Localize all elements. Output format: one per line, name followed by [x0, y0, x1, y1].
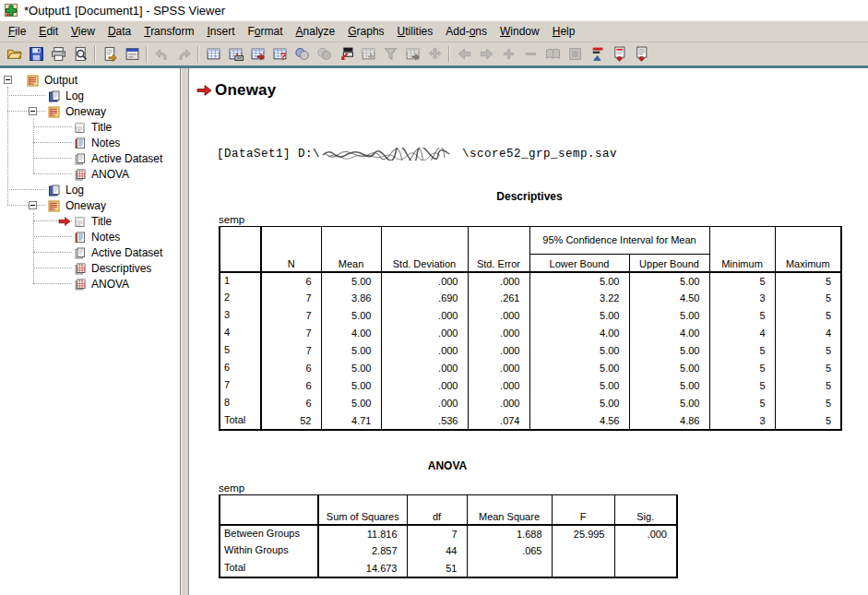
menu-view[interactable]: View: [65, 22, 101, 41]
tree-collapse-toggle[interactable]: [29, 201, 37, 209]
tree-item-anova[interactable]: ANOVA: [0, 276, 180, 292]
tree-item-anova[interactable]: ANOVA: [0, 166, 180, 182]
insert-title-button[interactable]: [608, 44, 630, 65]
dataset-path-line[interactable]: [DataSet1] D:\ \score52_grp_semp.sav: [217, 148, 617, 161]
demote-outline-button[interactable]: [475, 44, 497, 65]
menu-graphs[interactable]: Graphs: [341, 22, 390, 41]
tree-item-title[interactable]: Title: [0, 213, 180, 229]
print-preview-button[interactable]: [69, 44, 91, 65]
insert-text-button[interactable]: [630, 44, 652, 65]
log-icon: [48, 89, 60, 101]
value-cell: 4: [775, 325, 841, 342]
variables-button[interactable]: [246, 44, 268, 65]
tree-collapse-toggle[interactable]: [4, 76, 12, 84]
tree-item-active-dataset[interactable]: Active Dataset: [0, 150, 180, 166]
value-cell: 4.56: [529, 412, 629, 430]
menu-analyze[interactable]: Analyze: [290, 22, 342, 41]
tree-item-label: Title: [91, 121, 112, 134]
promote-outline-button[interactable]: [453, 44, 475, 65]
tree-item-oneway[interactable]: Oneway: [0, 103, 180, 119]
insert-chart-button[interactable]: [401, 44, 423, 65]
print-button[interactable]: [47, 44, 69, 65]
hide-output-button[interactable]: [564, 44, 586, 65]
log-icon: [48, 184, 60, 196]
printer-icon: [51, 46, 66, 62]
pane-splitter[interactable]: [181, 68, 189, 595]
designate-window-button[interactable]: [313, 44, 335, 65]
menu-format[interactable]: Format: [242, 22, 290, 41]
export-button[interactable]: [99, 44, 121, 65]
arrow-left-icon: [457, 46, 472, 62]
descriptives-table[interactable]: NMeanStd. DeviationStd. Error95% Confide…: [219, 226, 842, 431]
move-objects-button[interactable]: [423, 44, 446, 65]
goto-data-button[interactable]: [202, 44, 224, 65]
column-header: Maximum: [775, 227, 841, 272]
menu-transform[interactable]: Transform: [137, 22, 200, 41]
menu-help[interactable]: Help: [546, 22, 582, 41]
tree-item-notes[interactable]: Notes: [0, 135, 180, 150]
descriptives-row: 165.00.000.0005.005.0055: [220, 272, 841, 290]
spss-viewer-window: *Output1 [Document1] - SPSS Viewer FileE…: [0, 0, 868, 595]
value-cell: 5.00: [629, 272, 709, 290]
menu-window[interactable]: Window: [493, 22, 546, 41]
use-variable-sets-button[interactable]: [379, 44, 401, 65]
menu-data[interactable]: Data: [101, 22, 137, 41]
value-cell: 5: [775, 360, 841, 377]
goto-case-button[interactable]: [224, 44, 246, 65]
value-cell: 5.00: [529, 377, 629, 395]
value-cell: .000: [468, 307, 529, 325]
value-cell: 5: [709, 307, 775, 325]
oneway-heading-block[interactable]: Oneway: [196, 81, 276, 100]
value-cell: .000: [468, 395, 529, 412]
save-button[interactable]: [25, 44, 47, 65]
value-cell: 5: [709, 272, 775, 290]
tree-item-notes[interactable]: Notes: [0, 229, 180, 244]
outline-tree-pane: OutputLogOnewayTitleNotesActive DatasetA…: [0, 68, 181, 595]
tree-item-label: Log: [65, 89, 84, 102]
tree-item-descriptives[interactable]: Descriptives: [0, 260, 180, 276]
toolbar-separator: [94, 46, 96, 63]
open-button[interactable]: [3, 44, 25, 65]
expand-outline-button[interactable]: [497, 44, 519, 65]
menu-add-ons[interactable]: Add-ons: [439, 22, 493, 41]
tree-item-label: Output: [44, 74, 77, 87]
tree-item-oneway[interactable]: Oneway: [0, 197, 180, 213]
undo-button[interactable]: [150, 44, 172, 65]
redo-button[interactable]: [172, 44, 195, 65]
value-cell: .261: [468, 290, 529, 307]
value-cell: .000: [381, 325, 468, 342]
goto-output-button[interactable]: [335, 44, 357, 65]
notes-icon: [74, 231, 86, 243]
column-header: [220, 227, 261, 272]
column-header: N: [261, 227, 321, 272]
row-label-cell: 3: [220, 307, 261, 325]
insert-pivot-table-button[interactable]: [357, 44, 379, 65]
value-cell: 5: [775, 290, 841, 307]
tree-item-log[interactable]: Log: [0, 88, 180, 103]
column-header: df: [407, 495, 467, 525]
tree-item-output[interactable]: Output: [0, 72, 180, 88]
value-cell: 5: [775, 342, 841, 360]
show-output-button[interactable]: [541, 44, 564, 65]
value-cell: 14.673: [318, 560, 407, 577]
menu-insert[interactable]: Insert: [200, 22, 241, 41]
select-last-output-button[interactable]: [291, 44, 313, 65]
anova-table[interactable]: Sum of SquaresdfMean SquareFSig.Between …: [219, 494, 678, 578]
value-cell: 6: [261, 272, 321, 290]
value-cell: 3.22: [529, 290, 629, 307]
tree-item-title[interactable]: Title: [0, 119, 180, 135]
menu-edit[interactable]: Edit: [32, 22, 65, 41]
menu-utilities[interactable]: Utilities: [391, 22, 440, 41]
value-cell: [614, 560, 677, 577]
dialog-recall-button[interactable]: [121, 44, 143, 65]
tree-collapse-toggle[interactable]: [29, 107, 37, 115]
insert-heading-button[interactable]: [586, 44, 608, 65]
use-sets-button[interactable]: ?: [268, 44, 291, 65]
value-cell: 5.00: [529, 360, 629, 377]
tree-item-log[interactable]: Log: [0, 182, 180, 197]
tree-item-active-dataset[interactable]: Active Dataset: [0, 244, 180, 260]
descriptives-row: 375.00.000.0005.005.0055: [220, 307, 841, 325]
menu-file[interactable]: File: [2, 22, 32, 41]
collapse-outline-button[interactable]: [519, 44, 541, 65]
dataset-icon: [74, 246, 86, 258]
